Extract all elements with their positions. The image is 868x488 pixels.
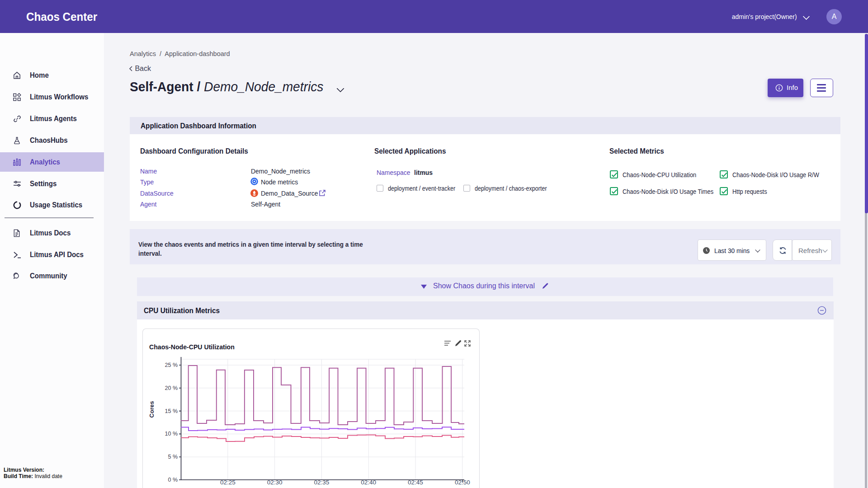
svg-text:02:45: 02:45 [408,479,423,486]
svg-text:10 %: 10 % [165,431,178,437]
svg-text:15 %: 15 % [165,408,178,414]
svg-text:20 %: 20 % [165,385,178,391]
svg-text:02:30: 02:30 [267,479,283,486]
svg-text:Cores: Cores [148,401,155,418]
svg-text:5 %: 5 % [168,454,178,460]
svg-text:25 %: 25 % [165,362,178,368]
svg-text:0 %: 0 % [168,477,178,483]
svg-text:02:35: 02:35 [314,479,330,486]
svg-text:02:50: 02:50 [455,479,470,486]
svg-text:02:25: 02:25 [220,479,236,486]
svg-text:02:40: 02:40 [361,479,376,486]
